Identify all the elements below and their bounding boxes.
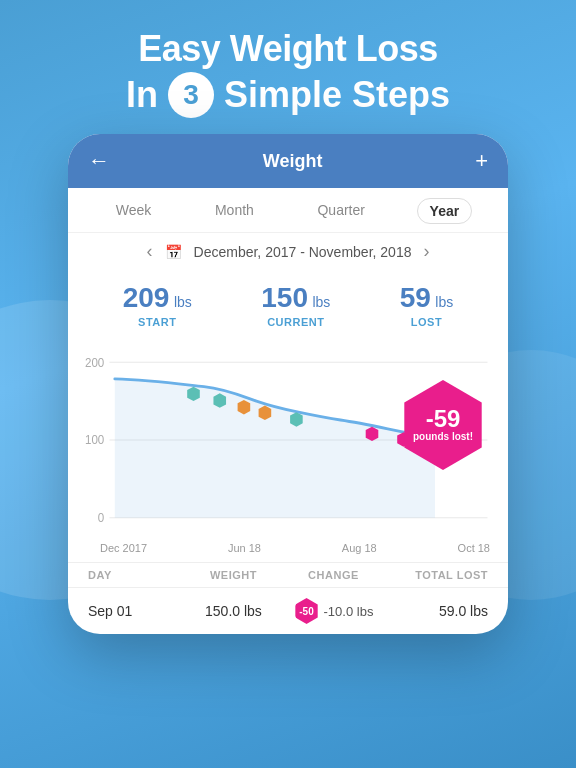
- x-label-dec: Dec 2017: [100, 542, 147, 554]
- tab-week[interactable]: Week: [104, 198, 164, 224]
- header-line1: Easy Weight Loss: [0, 28, 576, 70]
- x-axis-labels: Dec 2017 Jun 18 Aug 18 Oct 18: [68, 540, 508, 554]
- svg-text:100: 100: [85, 433, 105, 447]
- stat-lost: 59 lbs LOST: [400, 282, 454, 328]
- hero-header: Easy Weight Loss In 3 Simple Steps: [0, 0, 576, 134]
- table-row: Sep 01 150.0 lbs -50 -10.0 lbs 59.0 lbs: [68, 588, 508, 634]
- stat-current: 150 lbs CURRENT: [261, 282, 330, 328]
- header-in: In: [126, 74, 158, 116]
- stat-start-label: START: [123, 316, 192, 328]
- next-period-button[interactable]: ›: [423, 241, 429, 262]
- badge-text: pounds lost!: [413, 431, 473, 443]
- col-header-total: TOTAL LOST: [379, 569, 488, 581]
- app-title: Weight: [263, 151, 323, 172]
- stat-lost-value: 59 lbs: [400, 282, 454, 314]
- prev-period-button[interactable]: ‹: [147, 241, 153, 262]
- header-line2: In 3 Simple Steps: [0, 72, 576, 118]
- tab-quarter[interactable]: Quarter: [305, 198, 376, 224]
- stat-current-value: 150 lbs: [261, 282, 330, 314]
- data-table: DAY WEIGHT CHANGE TOTAL LOST Sep 01 150.…: [68, 562, 508, 634]
- tab-year[interactable]: Year: [417, 198, 473, 224]
- stat-lost-label: LOST: [400, 316, 454, 328]
- table-header: DAY WEIGHT CHANGE TOTAL LOST: [68, 562, 508, 588]
- svg-text:0: 0: [98, 511, 105, 525]
- x-label-oct: Oct 18: [458, 542, 490, 554]
- weight-chart: 200 100 0 -59 pounds lost!: [78, 340, 498, 540]
- change-text: -10.0 lbs: [324, 604, 374, 619]
- col-header-change: CHANGE: [288, 569, 379, 581]
- badge-number: -59: [426, 407, 461, 431]
- stats-row: 209 lbs START 150 lbs CURRENT 59 lbs LOS…: [68, 270, 508, 336]
- cell-day: Sep 01: [88, 603, 179, 619]
- header-suffix: Simple Steps: [224, 74, 450, 116]
- stat-current-label: CURRENT: [261, 316, 330, 328]
- calendar-icon: 📅: [165, 244, 182, 260]
- cell-total: 59.0 lbs: [379, 603, 488, 619]
- tab-month[interactable]: Month: [203, 198, 266, 224]
- phone-card: ← Weight + Week Month Quarter Year ‹ 📅 D…: [68, 134, 508, 634]
- x-label-aug: Aug 18: [342, 542, 377, 554]
- date-range-bar: ‹ 📅 December, 2017 - November, 2018 ›: [68, 233, 508, 270]
- back-button[interactable]: ←: [88, 148, 110, 174]
- cell-change: -50 -10.0 lbs: [288, 598, 379, 624]
- cell-weight: 150.0 lbs: [179, 603, 288, 619]
- app-header: ← Weight +: [68, 134, 508, 188]
- step-number-badge: 3: [168, 72, 214, 118]
- date-range-text: December, 2017 - November, 2018: [194, 244, 412, 260]
- add-button[interactable]: +: [475, 148, 488, 174]
- stat-start: 209 lbs START: [123, 282, 192, 328]
- x-label-jun: Jun 18: [228, 542, 261, 554]
- col-header-day: DAY: [88, 569, 179, 581]
- svg-text:200: 200: [85, 355, 105, 369]
- stat-start-value: 209 lbs: [123, 282, 192, 314]
- tab-bar: Week Month Quarter Year: [68, 188, 508, 233]
- col-header-weight: WEIGHT: [179, 569, 288, 581]
- change-badge: -50: [294, 598, 320, 624]
